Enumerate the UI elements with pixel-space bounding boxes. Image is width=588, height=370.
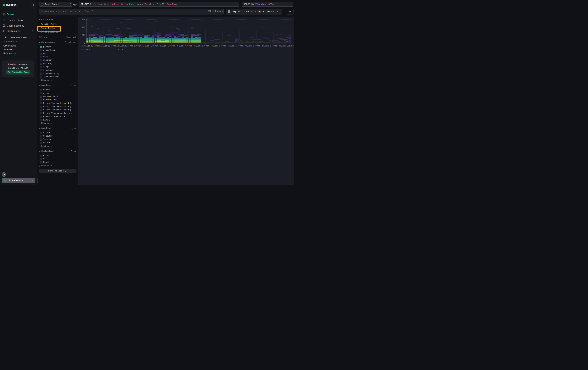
svg-text:6:00am: 6:00am [219, 45, 226, 47]
svg-text:600: 600 [82, 19, 85, 21]
svg-text:9:30am: 9:30am [279, 45, 285, 47]
svg-text:5:00am: 5:00am [202, 45, 209, 47]
svg-text:10:00am: 10:00am [287, 45, 294, 47]
svg-text:1:00am: 1:00am [134, 45, 141, 47]
svg-text:1:30am: 1:30am [143, 45, 149, 47]
svg-text:11:00pm: 11:00pm [99, 45, 107, 47]
svg-text:6:30am: 6:30am [228, 45, 234, 47]
svg-text:3:00am: 3:00am [168, 45, 175, 47]
svg-text:4:00am: 4:00am [185, 45, 192, 47]
svg-text:9/15: 9/15 [118, 49, 123, 51]
svg-text:4:30am: 4:30am [194, 45, 200, 47]
svg-text:0: 0 [84, 42, 85, 44]
svg-text:3:30am: 3:30am [177, 45, 183, 47]
svg-text:7:00am: 7:00am [236, 45, 243, 47]
svg-text:10:00pm: 10:00pm [82, 45, 90, 47]
svg-text:9:00am: 9:00am [270, 45, 277, 47]
svg-text:400: 400 [82, 26, 85, 29]
svg-text:200: 200 [82, 34, 85, 36]
svg-text:2:30am: 2:30am [159, 45, 167, 47]
svg-text:11:30pm: 11:30pm [108, 45, 116, 47]
svg-text:7:30am: 7:30am [245, 45, 252, 47]
svg-text:2:00am: 2:00am [151, 45, 158, 47]
svg-text:10:30pm: 10:30pm [91, 45, 99, 47]
svg-text:5:30am: 5:30am [210, 45, 218, 47]
svg-text:12:30am: 12:30am [125, 45, 133, 47]
svg-text:8:30am: 8:30am [262, 45, 269, 47]
svg-text:9/14/25: 9/14/25 [82, 49, 90, 51]
svg-text:12:00am: 12:00am [116, 45, 125, 47]
svg-text:8:00am: 8:00am [253, 45, 260, 47]
